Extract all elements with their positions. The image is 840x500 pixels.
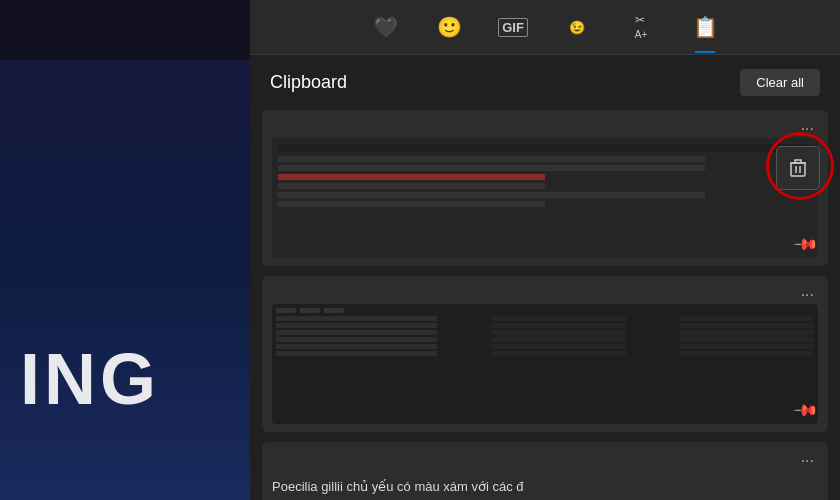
symbol-icon: ✂A+ — [635, 13, 648, 41]
smiley-icon: 🙂 — [437, 15, 462, 39]
clipboard-icon: 📋 — [693, 15, 718, 39]
item-2-thumbnail — [272, 304, 818, 424]
heart-icon: 🖤 — [373, 15, 398, 39]
left-text: ING — [20, 338, 160, 420]
clear-all-button[interactable]: Clear all — [740, 69, 820, 96]
item-1-preview: 📌 — [262, 138, 828, 266]
clipboard-icon-tab[interactable]: 📋 — [687, 9, 723, 45]
clipboard-item-3[interactable]: ... Poecilia gillii chủ yếu có màu xám v… — [262, 442, 828, 500]
emoticon-icon: 😉 — [569, 20, 585, 35]
symbol-icon-tab[interactable]: ✂A+ — [623, 9, 659, 45]
item-3-actions: ... — [262, 442, 828, 470]
left-overlay — [0, 0, 250, 60]
trash-icon — [789, 158, 807, 178]
clipboard-item-2[interactable]: ... — [262, 276, 828, 432]
mini-settings-preview — [272, 138, 818, 258]
heart-icon-tab[interactable]: 🖤 — [367, 9, 403, 45]
delete-button-1[interactable] — [776, 146, 820, 190]
left-panel: ING — [0, 0, 250, 500]
clipboard-panel: 🖤 🙂 GIF 😉 ✂A+ 📋 Clipboard Clear all ... — [250, 0, 840, 500]
emoji-icon-tab[interactable]: 🙂 — [431, 9, 467, 45]
icon-bar: 🖤 🙂 GIF 😉 ✂A+ 📋 — [250, 0, 840, 55]
item-1-thumbnail — [272, 138, 818, 258]
emoticon-icon-tab[interactable]: 😉 — [559, 9, 595, 45]
clipboard-header: Clipboard Clear all — [250, 55, 840, 110]
mini-explorer-preview — [272, 304, 818, 424]
item-1-more-button[interactable]: ... — [795, 114, 820, 136]
item-3-more-button[interactable]: ... — [795, 446, 820, 468]
item-2-actions: ... — [262, 276, 828, 304]
item-1-actions: ... — [262, 110, 828, 138]
delete-btn-wrapper — [776, 146, 820, 190]
clipboard-item-1[interactable]: ... — [262, 110, 828, 266]
clipboard-items-list: ... — [250, 110, 840, 500]
item-2-preview: 📌 — [262, 304, 828, 432]
svg-rect-0 — [791, 163, 805, 176]
gif-icon-tab[interactable]: GIF — [495, 9, 531, 45]
clipboard-title: Clipboard — [270, 72, 347, 93]
gif-icon: GIF — [498, 18, 528, 37]
item-3-text-content: Poecilia gillii chủ yếu có màu xám với c… — [262, 470, 828, 500]
item-2-more-button[interactable]: ... — [795, 280, 820, 302]
